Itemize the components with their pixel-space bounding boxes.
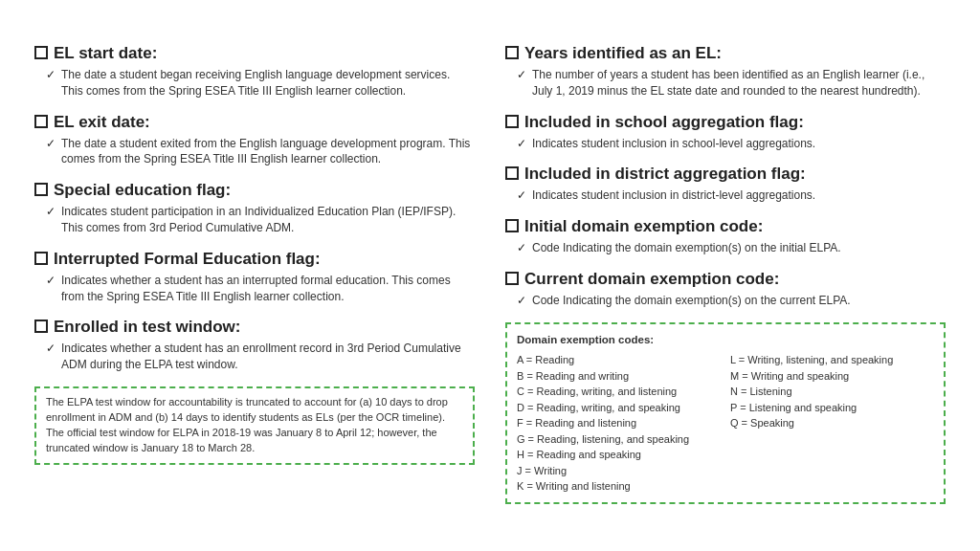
- list-item: ✓Code Indicating the domain exemption(s)…: [517, 240, 946, 256]
- bullet-text: Indicates student inclusion in district-…: [532, 187, 815, 204]
- section-district-agg-flag: Included in district aggregation flag:✓I…: [505, 165, 946, 204]
- domain-code-item: A = Reading: [517, 352, 721, 368]
- list-item: ✓The number of years a student has been …: [517, 67, 946, 99]
- section-initial-domain: Initial domain exemption code:✓Code Indi…: [505, 217, 946, 256]
- checkbox-icon: [34, 252, 48, 265]
- checkbox-icon: [505, 219, 519, 232]
- section-title-school-agg-flag: Included in school aggregation flag:: [505, 113, 946, 132]
- section-title-el-start-date: EL start date:: [34, 44, 475, 63]
- check-icon: ✓: [517, 136, 526, 152]
- section-el-exit-date: EL exit date:✓The date a student exited …: [34, 113, 475, 168]
- section-title-current-domain: Current domain exemption code:: [505, 270, 946, 289]
- section-interrupted-formal: Interrupted Formal Education flag:✓Indic…: [34, 250, 475, 305]
- list-item: ✓Indicates student inclusion in district…: [517, 187, 946, 204]
- domain-codes-grid: A = ReadingB = Reading and writingC = Re…: [517, 352, 934, 495]
- list-item: ✓Indicates student participation in an I…: [46, 204, 475, 236]
- domain-code-item: C = Reading, writing, and listening: [517, 384, 721, 400]
- section-title-special-ed-flag: Special education flag:: [34, 181, 475, 200]
- check-icon: ✓: [46, 204, 56, 220]
- domain-code-item: P = Listening and speaking: [730, 400, 934, 416]
- domain-codes-right: L = Writing, listening, and speakingM = …: [730, 352, 934, 495]
- left-column: EL start date:✓The date a student began …: [34, 44, 475, 504]
- check-icon: ✓: [46, 136, 56, 152]
- section-heading: Included in school aggregation flag:: [524, 113, 804, 132]
- checkbox-icon: [34, 46, 48, 59]
- domain-code-item: N = Listening: [730, 384, 934, 400]
- bullet-text: Code Indicating the domain exemption(s) …: [532, 240, 841, 256]
- list-item: ✓Indicates student inclusion in school-l…: [517, 136, 946, 152]
- section-school-agg-flag: Included in school aggregation flag:✓Ind…: [505, 113, 946, 152]
- domain-code-item: J = Writing: [517, 463, 721, 479]
- section-title-el-exit-date: EL exit date:: [34, 113, 475, 132]
- check-icon: ✓: [46, 341, 56, 357]
- domain-codes-left: A = ReadingB = Reading and writingC = Re…: [517, 352, 721, 495]
- section-heading: Interrupted Formal Education flag:: [54, 250, 321, 269]
- section-title-enrolled-test-window: Enrolled in test window:: [34, 318, 475, 337]
- bullet-text: The number of years a student has been i…: [532, 67, 946, 99]
- check-icon: ✓: [517, 187, 526, 204]
- domain-exemption-box: Domain exemption codes:A = ReadingB = Re…: [505, 322, 946, 504]
- note-box: The ELPA test window for accountability …: [34, 386, 475, 465]
- check-icon: ✓: [46, 273, 56, 289]
- section-heading: EL start date:: [54, 44, 157, 63]
- section-heading: Current domain exemption code:: [524, 270, 779, 289]
- domain-code-item: M = Writing and speaking: [730, 368, 934, 385]
- check-icon: ✓: [517, 240, 526, 256]
- list-item: ✓Indicates whether a student has an inte…: [46, 273, 475, 305]
- right-column: Years identified as an EL:✓The number of…: [505, 44, 946, 504]
- section-special-ed-flag: Special education flag:✓Indicates studen…: [34, 181, 475, 236]
- section-title-interrupted-formal: Interrupted Formal Education flag:: [34, 250, 475, 269]
- list-item: ✓Indicates whether a student has an enro…: [46, 341, 475, 373]
- section-heading: Special education flag:: [54, 181, 231, 200]
- section-title-initial-domain: Initial domain exemption code:: [505, 217, 946, 236]
- domain-code-item: L = Writing, listening, and speaking: [730, 352, 934, 368]
- bullet-text: Code Indicating the domain exemption(s) …: [532, 293, 851, 309]
- bullet-text: Indicates whether a student has an inter…: [61, 273, 475, 305]
- domain-code-item: H = Reading and speaking: [517, 447, 721, 463]
- section-heading: Initial domain exemption code:: [524, 217, 763, 236]
- section-years-identified: Years identified as an EL:✓The number of…: [505, 44, 946, 99]
- section-heading: EL exit date:: [54, 113, 150, 132]
- checkbox-icon: [505, 46, 519, 59]
- bullet-text: Indicates student participation in an In…: [61, 204, 475, 236]
- content-columns: EL start date:✓The date a student began …: [34, 44, 946, 504]
- section-heading: Included in district aggregation flag:: [524, 165, 806, 184]
- domain-code-item: D = Reading, writing, and speaking: [517, 400, 721, 416]
- bullet-text: Indicates whether a student has an enrol…: [61, 341, 475, 373]
- domain-box-title: Domain exemption codes:: [517, 332, 934, 348]
- section-title-district-agg-flag: Included in district aggregation flag:: [505, 165, 946, 184]
- bullet-text: The date a student began receiving Engli…: [61, 67, 475, 99]
- check-icon: ✓: [46, 67, 56, 83]
- section-enrolled-test-window: Enrolled in test window:✓Indicates wheth…: [34, 318, 475, 373]
- list-item: ✓The date a student began receiving Engl…: [46, 67, 475, 99]
- checkbox-icon: [34, 115, 48, 128]
- domain-code-item: G = Reading, listening, and speaking: [517, 431, 721, 448]
- checkbox-icon: [34, 320, 48, 333]
- check-icon: ✓: [517, 67, 526, 83]
- domain-code-item: Q = Speaking: [730, 415, 934, 431]
- domain-code-item: K = Writing and listening: [517, 478, 721, 495]
- section-current-domain: Current domain exemption code:✓Code Indi…: [505, 270, 946, 309]
- section-heading: Years identified as an EL:: [524, 44, 722, 63]
- check-icon: ✓: [517, 293, 526, 309]
- checkbox-icon: [505, 166, 519, 180]
- domain-code-item: B = Reading and writing: [517, 368, 721, 385]
- section-title-years-identified: Years identified as an EL:: [505, 44, 946, 63]
- list-item: ✓The date a student exited from the Engl…: [46, 136, 475, 168]
- bullet-text: Indicates student inclusion in school-le…: [532, 136, 815, 152]
- bullet-text: The date a student exited from the Engli…: [61, 136, 475, 168]
- section-heading: Enrolled in test window:: [54, 318, 241, 337]
- section-el-start-date: EL start date:✓The date a student began …: [34, 44, 475, 99]
- domain-code-item: F = Reading and listening: [517, 415, 721, 431]
- list-item: ✓Code Indicating the domain exemption(s)…: [517, 293, 946, 309]
- checkbox-icon: [505, 115, 519, 128]
- checkbox-icon: [34, 183, 48, 196]
- checkbox-icon: [505, 272, 519, 285]
